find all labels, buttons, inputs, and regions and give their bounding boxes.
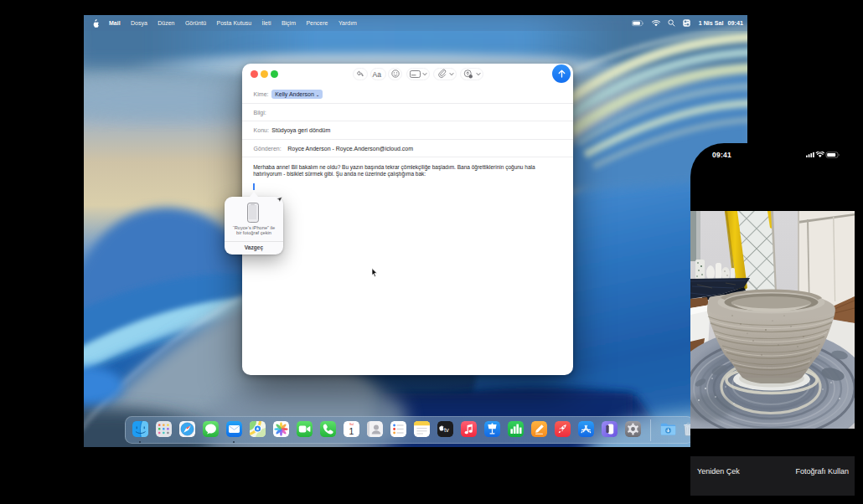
- svg-text:1: 1: [349, 426, 354, 436]
- svg-text:tv: tv: [443, 426, 448, 434]
